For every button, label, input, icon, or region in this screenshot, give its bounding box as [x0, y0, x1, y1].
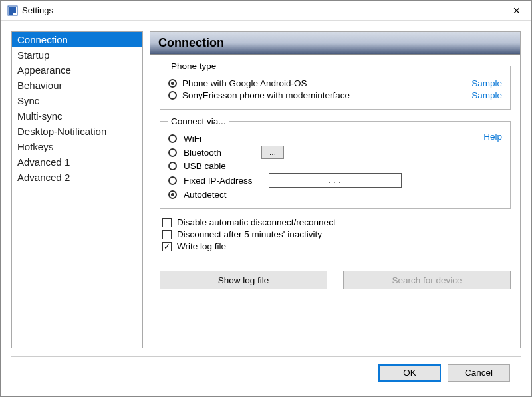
help-link[interactable]: Help [483, 132, 502, 142]
settings-window: Settings ✕ Connection Startup Appearance… [0, 0, 532, 397]
phone-type-group: Phone type Phone with Google Android-OS … [160, 61, 511, 110]
phone-type-legend: Phone type [168, 61, 219, 71]
sample-link-sonyericsson[interactable]: Sample [471, 90, 502, 100]
connect-via-legend: Connect via... [168, 116, 229, 126]
radio-fixed-ip[interactable] [168, 176, 177, 185]
action-button-row: Show log file Search for device [160, 271, 511, 289]
cancel-button[interactable]: Cancel [448, 364, 510, 382]
checkbox-group: Disable automatic disconnect/reconnect D… [162, 215, 511, 253]
checkbox-write-log-label: Write log file [177, 241, 226, 251]
connect-via-group: Connect via... Help WiFi Bluetooth ... [160, 116, 511, 209]
radio-android-label: Phone with Google Android-OS [182, 78, 307, 88]
checkbox-disable-reconnect[interactable] [162, 218, 172, 227]
titlebar-left: Settings [7, 5, 53, 16]
radio-usb-label: USB cable [184, 161, 226, 171]
search-device-button[interactable]: Search for device [343, 271, 511, 289]
radio-sonyericsson[interactable] [168, 91, 177, 100]
sidebar-item-advanced-2[interactable]: Advanced 2 [12, 170, 142, 185]
radio-wifi[interactable] [168, 134, 177, 143]
radio-fixed-ip-label: Fixed IP-Address [184, 176, 253, 186]
svg-rect-1 [9, 7, 16, 9]
content-header: Connection [150, 32, 520, 55]
sidebar-item-sync[interactable]: Sync [12, 93, 142, 108]
sidebar-item-desktop-notification[interactable]: Desktop-Notification [12, 124, 142, 139]
bluetooth-browse-button[interactable]: ... [261, 146, 284, 159]
svg-rect-3 [9, 11, 16, 13]
main-area: Connection Startup Appearance Behaviour … [11, 31, 521, 348]
sidebar-item-hotkeys[interactable]: Hotkeys [12, 139, 142, 154]
checkbox-disconnect-inactivity[interactable] [162, 230, 172, 239]
radio-wifi-label: WiFi [184, 134, 201, 144]
ip-address-input[interactable]: . . . [269, 173, 402, 188]
sidebar-item-connection[interactable]: Connection [12, 32, 142, 47]
sidebar-item-behaviour[interactable]: Behaviour [12, 78, 142, 93]
titlebar: Settings ✕ [1, 1, 531, 21]
radio-bluetooth-label: Bluetooth [184, 148, 221, 158]
show-log-button[interactable]: Show log file [160, 271, 327, 289]
content-panel: Connection Phone type Phone with Google … [150, 31, 521, 348]
radio-sonyericsson-label: SonyEricsson phone with modeminterface [182, 90, 350, 100]
sidebar-item-startup[interactable]: Startup [12, 47, 142, 63]
ok-button[interactable]: OK [378, 364, 441, 382]
radio-bluetooth[interactable] [168, 148, 177, 157]
content-body: Phone type Phone with Google Android-OS … [150, 55, 520, 296]
settings-sidebar: Connection Startup Appearance Behaviour … [11, 31, 143, 348]
dialog-body: Connection Startup Appearance Behaviour … [1, 21, 531, 396]
sidebar-item-appearance[interactable]: Appearance [12, 63, 142, 78]
sidebar-item-multi-sync[interactable]: Multi-sync [12, 108, 142, 124]
dialog-button-bar: OK Cancel [11, 356, 521, 388]
checkbox-disable-reconnect-label: Disable automatic disconnect/reconnect [177, 217, 336, 227]
svg-rect-4 [9, 13, 13, 15]
checkbox-write-log[interactable] [162, 242, 172, 251]
close-button[interactable]: ✕ [509, 4, 525, 17]
radio-autodetect-label: Autodetect [184, 190, 227, 199]
svg-rect-2 [9, 9, 16, 11]
radio-android[interactable] [168, 79, 177, 88]
sample-link-android[interactable]: Sample [471, 78, 502, 88]
app-icon [7, 5, 18, 16]
radio-autodetect[interactable] [168, 190, 177, 199]
window-title: Settings [22, 5, 53, 15]
radio-usb[interactable] [168, 162, 177, 170]
checkbox-disconnect-inactivity-label: Disconnect after 5 minutes' inactivity [177, 229, 322, 239]
sidebar-item-advanced-1[interactable]: Advanced 1 [12, 154, 142, 170]
